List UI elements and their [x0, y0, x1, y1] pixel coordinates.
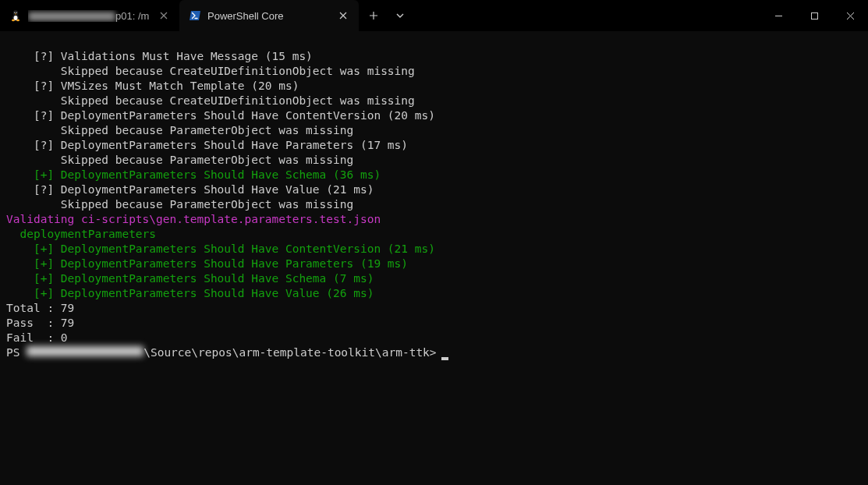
svg-point-7	[12, 19, 15, 21]
powershell-icon	[189, 9, 201, 22]
prompt-path: \Source\repos\arm-template-toolkit\arm-t…	[143, 345, 436, 360]
svg-point-6	[16, 12, 17, 13]
tux-icon	[9, 9, 22, 22]
prompt-ps: PS	[6, 345, 27, 360]
terminal-output[interactable]: [?] Validations Must Have Message (15 ms…	[0, 31, 868, 375]
close-icon[interactable]	[156, 8, 172, 23]
tab-powershell-title: PowerShell Core	[207, 10, 329, 22]
svg-rect-11	[811, 12, 817, 19]
close-icon[interactable]	[335, 8, 351, 23]
tab-dropdown-button[interactable]	[388, 0, 412, 31]
title-bar: p01: /mn PowerShell Core	[0, 0, 868, 31]
svg-point-5	[15, 12, 16, 13]
new-tab-button[interactable]	[359, 0, 388, 31]
cursor	[441, 357, 448, 360]
close-window-button[interactable]	[832, 0, 868, 31]
maximize-button[interactable]	[796, 0, 832, 31]
svg-point-8	[16, 19, 19, 21]
minimize-button[interactable]	[760, 0, 796, 31]
tab-linux-title: p01: /mn	[28, 10, 150, 22]
tab-strip: p01: /mn PowerShell Core	[0, 0, 359, 31]
window-controls	[760, 0, 868, 31]
tab-powershell[interactable]: PowerShell Core	[179, 0, 359, 31]
titlebar-spacer	[412, 0, 760, 31]
tab-linux[interactable]: p01: /mn	[0, 0, 179, 31]
